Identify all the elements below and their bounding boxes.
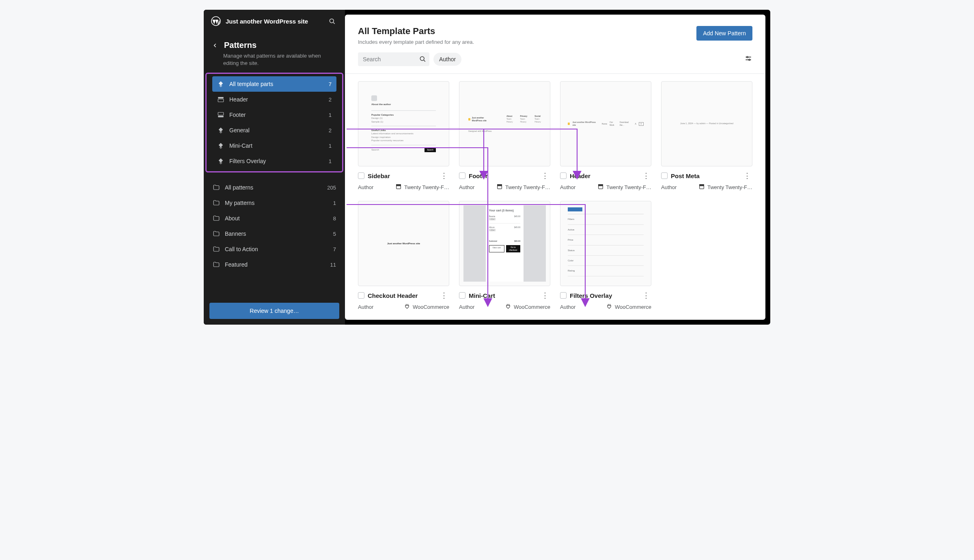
review-changes-button[interactable]: Review 1 change… xyxy=(209,303,339,319)
sidebar-item-general[interactable]: General2 xyxy=(212,123,336,138)
svg-rect-14 xyxy=(396,185,401,186)
nav-item-label: Mini-Cart xyxy=(229,142,252,149)
select-checkbox[interactable] xyxy=(358,292,364,299)
theme-icon xyxy=(597,183,604,191)
sidebar-item-my-patterns[interactable]: My patterns1 xyxy=(208,195,341,211)
pattern-preview[interactable]: Just another WordPress siteAboutTeamHist… xyxy=(459,81,550,166)
toolbar: Author xyxy=(345,52,765,74)
svg-point-12 xyxy=(749,59,750,60)
sidebar-item-all-template-parts[interactable]: All template parts7 xyxy=(212,76,336,92)
pattern-folders-nav: All patterns205My patterns1About8Banners… xyxy=(204,180,345,272)
nav-description: Manage what patterns are available when … xyxy=(204,52,345,73)
pattern-title: Footer xyxy=(469,172,537,179)
app-window: Just another WordPress site Patterns Man… xyxy=(204,10,770,325)
svg-rect-20 xyxy=(700,185,704,186)
select-checkbox[interactable] xyxy=(560,292,567,299)
nav-item-count: 205 xyxy=(327,185,336,191)
source-name: Twenty Twenty-F… xyxy=(505,184,550,190)
svg-line-2 xyxy=(333,22,334,24)
pattern-preview[interactable]: About the authorPopular CategoriesDesign… xyxy=(358,81,449,166)
sidebar-item-header[interactable]: Header2 xyxy=(212,92,336,107)
diamond-icon xyxy=(217,127,224,134)
author-filter-chip[interactable]: Author xyxy=(433,53,461,66)
nav-item-label: Featured xyxy=(225,261,248,268)
add-new-pattern-button[interactable]: Add New Pattern xyxy=(696,26,752,41)
command-search-icon[interactable] xyxy=(326,15,338,27)
pattern-card: About the authorPopular CategoriesDesign… xyxy=(358,81,449,191)
svg-rect-16 xyxy=(498,185,502,186)
more-actions-icon[interactable]: ⋮ xyxy=(540,291,550,300)
more-actions-icon[interactable]: ⋮ xyxy=(641,171,651,180)
pattern-title: Header xyxy=(570,172,638,179)
theme-icon xyxy=(395,183,402,191)
nav-item-count: 2 xyxy=(329,127,332,134)
nav-item-count: 1 xyxy=(329,112,332,118)
author-label: Author xyxy=(358,184,373,190)
theme-icon xyxy=(496,183,503,191)
folder-icon xyxy=(213,199,220,207)
pattern-card: FiltersActivePriceStatusColorRatingFilte… xyxy=(560,201,651,311)
sidebar-item-banners[interactable]: Banners5 xyxy=(208,226,341,241)
nav-item-count: 5 xyxy=(333,231,336,237)
source-chip: Twenty Twenty-F… xyxy=(698,183,752,191)
pattern-preview[interactable]: FiltersActivePriceStatusColorRating xyxy=(560,201,651,286)
pattern-preview[interactable]: Just another WordPress site xyxy=(358,201,449,286)
nav-item-label: Header xyxy=(229,96,248,103)
source-chip: WooCommerce xyxy=(606,303,651,311)
pattern-preview[interactable]: June 1, 2024 — by admin — Posted in Unca… xyxy=(661,81,752,166)
select-checkbox[interactable] xyxy=(661,172,668,179)
sidebar-item-all-patterns[interactable]: All patterns205 xyxy=(208,180,341,195)
nav-item-label: Footer xyxy=(229,112,246,118)
source-chip: Twenty Twenty-F… xyxy=(395,183,449,191)
pattern-card: Just another WordPress siteHome Our Work… xyxy=(560,81,651,191)
sidebar-item-about[interactable]: About8 xyxy=(208,211,341,226)
sidebar: Just another WordPress site Patterns Man… xyxy=(204,10,345,325)
nav-item-count: 2 xyxy=(329,97,332,103)
source-chip: WooCommerce xyxy=(505,303,550,311)
plugin-icon xyxy=(505,303,511,311)
more-actions-icon[interactable]: ⋮ xyxy=(641,291,651,300)
nav-item-label: All template parts xyxy=(229,81,273,87)
search-field-wrap xyxy=(358,52,429,66)
source-name: WooCommerce xyxy=(615,304,651,310)
nav-item-count: 1 xyxy=(329,158,332,164)
sidebar-item-featured[interactable]: Featured11 xyxy=(208,257,341,272)
nav-title: Patterns xyxy=(224,41,256,50)
pattern-card: Just another WordPress siteAboutTeamHist… xyxy=(459,81,550,191)
pattern-title: Post Meta xyxy=(671,172,739,179)
more-actions-icon[interactable]: ⋮ xyxy=(742,171,752,180)
nav-item-label: Call to Action xyxy=(225,246,258,252)
svg-rect-4 xyxy=(218,99,224,102)
more-actions-icon[interactable]: ⋮ xyxy=(540,171,550,180)
template-parts-grid: About the authorPopular CategoriesDesign… xyxy=(345,74,765,320)
nav-item-count: 1 xyxy=(329,143,332,149)
plugin-icon xyxy=(606,303,612,311)
display-options-icon[interactable] xyxy=(744,54,752,64)
more-actions-icon[interactable]: ⋮ xyxy=(439,171,449,180)
select-checkbox[interactable] xyxy=(459,292,465,299)
topbar: Just another WordPress site xyxy=(204,10,345,32)
nav-item-label: About xyxy=(225,215,240,222)
theme-icon xyxy=(698,183,705,191)
pattern-preview[interactable]: Just another WordPress siteHome Our Work… xyxy=(560,81,651,166)
select-checkbox[interactable] xyxy=(459,172,465,179)
nav-item-count: 11 xyxy=(330,262,336,268)
svg-point-1 xyxy=(330,19,334,23)
nav-item-label: Banners xyxy=(225,230,246,237)
sidebar-item-filters-overlay[interactable]: Filters Overlay1 xyxy=(212,153,336,169)
author-label: Author xyxy=(560,184,575,190)
select-checkbox[interactable] xyxy=(560,172,567,179)
more-actions-icon[interactable]: ⋮ xyxy=(439,291,449,300)
pattern-card: June 1, 2024 — by admin — Posted in Unca… xyxy=(661,81,752,191)
sidebar-item-footer[interactable]: Footer1 xyxy=(212,107,336,123)
back-chevron-icon[interactable] xyxy=(211,41,219,50)
pattern-preview[interactable]: Your cart (3 items)Beanie- 1 +$45.00Albu… xyxy=(459,201,550,286)
source-name: WooCommerce xyxy=(514,304,550,310)
select-checkbox[interactable] xyxy=(358,172,364,179)
sidebar-item-call-to-action[interactable]: Call to Action7 xyxy=(208,241,341,257)
author-label: Author xyxy=(358,304,373,310)
sidebar-item-mini-cart[interactable]: Mini-Cart1 xyxy=(212,138,336,153)
svg-rect-3 xyxy=(218,97,224,99)
source-name: Twenty Twenty-F… xyxy=(404,184,449,190)
header-icon xyxy=(217,96,224,103)
